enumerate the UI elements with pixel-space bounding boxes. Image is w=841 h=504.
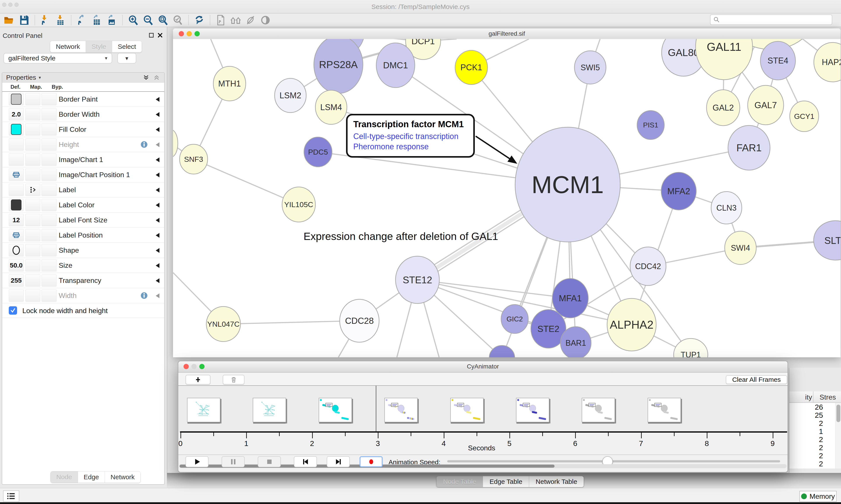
- property-row-image-chart-1[interactable]: Image/Chart 1: [2, 152, 164, 167]
- property-row-label[interactable]: Label: [2, 182, 164, 197]
- bypass-cell[interactable]: [42, 93, 56, 105]
- collapse-arrow-icon[interactable]: [156, 278, 159, 283]
- property-row-fill-color[interactable]: Fill Color: [2, 122, 164, 137]
- network-node-TUP1[interactable]: TUP1: [674, 339, 708, 357]
- cyanimator-titlebar[interactable]: CyAnimator: [178, 361, 788, 373]
- network-node-LSM4[interactable]: LSM4: [315, 90, 347, 124]
- table-row[interactable]: 1: [789, 427, 835, 435]
- first-neighbors-icon[interactable]: [229, 14, 242, 26]
- network-node-GAL7[interactable]: GAL7: [748, 85, 784, 125]
- add-frame-button[interactable]: [185, 375, 211, 384]
- property-row-height[interactable]: Height: [2, 137, 164, 152]
- collapse-arrow-icon[interactable]: [156, 158, 159, 162]
- tab-node-table[interactable]: Node Table: [436, 476, 483, 487]
- play-button[interactable]: [185, 456, 209, 467]
- bypass-cell[interactable]: [42, 214, 56, 226]
- table-row[interactable]: 2: [789, 460, 835, 468]
- network-node-RPS28A[interactable]: RPS28A: [314, 39, 363, 93]
- search-input[interactable]: [710, 15, 832, 25]
- task-history-button[interactable]: [3, 490, 19, 502]
- clear-all-frames-button[interactable]: Clear All Frames: [726, 375, 787, 384]
- playhead[interactable]: [376, 386, 376, 432]
- zoom-selected-icon[interactable]: [172, 14, 184, 26]
- annotation-link[interactable]: Pheromone response: [353, 142, 468, 152]
- bypass-cell[interactable]: [42, 108, 56, 121]
- bypass-cell[interactable]: [42, 244, 56, 256]
- mapping-cell[interactable]: [25, 259, 40, 271]
- table-row[interactable]: 2: [789, 419, 835, 427]
- record-button[interactable]: [360, 456, 382, 467]
- lock-checkbox[interactable]: [9, 306, 17, 314]
- network-edge[interactable]: [194, 159, 299, 204]
- bypass-cell[interactable]: [42, 259, 56, 271]
- table-column-header[interactable]: Stres: [820, 393, 836, 401]
- close-panel-icon[interactable]: [157, 32, 163, 38]
- network-node-MFA1[interactable]: MFA1: [552, 278, 588, 318]
- network-node-MCM1[interactable]: MCM1: [515, 127, 620, 242]
- network-node-SWI5[interactable]: SWI5: [574, 51, 606, 84]
- collapse-arrow-icon[interactable]: [156, 187, 159, 193]
- import-network-icon[interactable]: [39, 14, 52, 26]
- float-panel-icon[interactable]: [148, 32, 155, 38]
- default-value-cell[interactable]: [9, 244, 24, 256]
- network-node-PIS1[interactable]: PIS1: [637, 111, 664, 140]
- collapse-arrow-icon[interactable]: [156, 112, 159, 117]
- style-select[interactable]: galFiltered Style ▾: [3, 53, 112, 64]
- skip-end-button[interactable]: [327, 456, 350, 467]
- tab-network-table[interactable]: Network Table: [529, 476, 584, 487]
- info-icon[interactable]: [140, 292, 148, 300]
- collapse-arrow-icon[interactable]: [156, 233, 159, 238]
- default-value-cell[interactable]: [9, 154, 24, 166]
- table-row[interactable]: 2: [789, 443, 835, 451]
- clone-network-icon[interactable]: [214, 14, 227, 26]
- table-scrollbar[interactable]: [836, 403, 841, 469]
- default-value-cell[interactable]: 12: [9, 214, 24, 226]
- bypass-cell[interactable]: [42, 199, 56, 211]
- collapse-all-icon[interactable]: [153, 74, 160, 81]
- default-value-cell[interactable]: [9, 289, 24, 302]
- tab-edge[interactable]: Edge: [78, 471, 105, 483]
- default-value-cell[interactable]: [9, 199, 24, 211]
- tab-edge-table[interactable]: Edge Table: [483, 476, 529, 487]
- open-session-icon[interactable]: [3, 14, 16, 26]
- property-row-label-position[interactable]: Label Position: [2, 228, 164, 243]
- network-node-FAR1[interactable]: FAR1: [728, 125, 770, 170]
- export-image-icon[interactable]: [105, 14, 118, 26]
- bypass-cell[interactable]: [42, 289, 56, 302]
- zoom-in-icon[interactable]: [127, 14, 140, 26]
- property-row-transparency[interactable]: 255Transparency: [2, 273, 164, 288]
- network-node-YIL105C[interactable]: YIL105C: [282, 187, 315, 222]
- mapping-cell[interactable]: [25, 214, 40, 226]
- bypass-cell[interactable]: [42, 229, 56, 241]
- frame-thumbnail-2s[interactable]: [319, 398, 352, 422]
- network-node-DMC1[interactable]: DMC1: [376, 43, 415, 88]
- property-row-image-chart-position-1[interactable]: Image/Chart Position 1: [2, 167, 164, 182]
- network-edge[interactable]: [223, 321, 359, 324]
- annotation-box[interactable]: Transcription factor MCM1 Cell-type-spec…: [346, 114, 475, 158]
- frame-thumbnail-4s[interactable]: [450, 398, 484, 422]
- collapse-arrow-icon[interactable]: [156, 142, 159, 147]
- default-value-cell[interactable]: [9, 123, 24, 136]
- network-node-CLN3[interactable]: CLN3: [711, 192, 742, 224]
- network-node-GCY1[interactable]: GCY1: [790, 101, 819, 131]
- frame-thumbnail-1s[interactable]: [253, 398, 286, 422]
- style-options-button[interactable]: ▾: [118, 53, 136, 64]
- bypass-cell[interactable]: [42, 123, 56, 136]
- network-node-GIC2[interactable]: GIC2: [501, 305, 528, 334]
- property-row-border-paint[interactable]: Border Paint: [2, 92, 164, 107]
- mapping-cell[interactable]: [25, 199, 40, 211]
- mapping-cell[interactable]: [25, 274, 40, 287]
- tab-style[interactable]: Style: [86, 41, 112, 52]
- column-divider[interactable]: [813, 392, 813, 402]
- frame-thumbnail-0s[interactable]: [187, 398, 220, 422]
- tab-select[interactable]: Select: [112, 41, 142, 52]
- property-row-label-font-size[interactable]: 12Label Font Size: [2, 213, 164, 228]
- collapse-arrow-icon[interactable]: [156, 263, 159, 268]
- mapping-cell[interactable]: [25, 138, 40, 151]
- bypass-cell[interactable]: [42, 138, 56, 151]
- export-network-icon[interactable]: [75, 14, 88, 26]
- delete-frame-button[interactable]: [223, 375, 245, 384]
- network-node-YNL047C[interactable]: YNL047C: [206, 307, 240, 342]
- network-node-PDC5[interactable]: PDC5: [304, 137, 332, 167]
- animation-speed-slider[interactable]: [447, 460, 780, 463]
